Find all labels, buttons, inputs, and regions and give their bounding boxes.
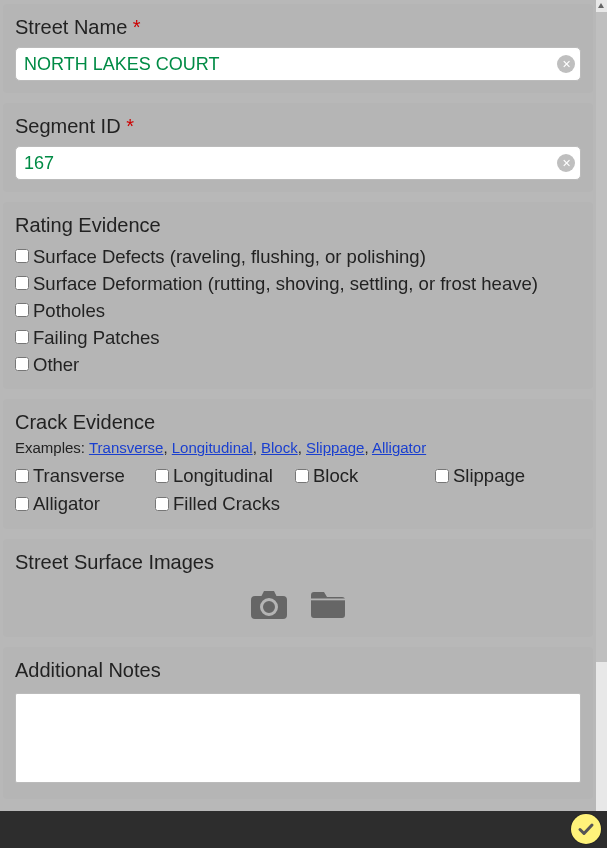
crack-option[interactable]: Filled Cracks <box>155 491 295 517</box>
crack-example-link[interactable]: Block <box>261 439 298 456</box>
crack-example-link[interactable]: Slippage <box>306 439 364 456</box>
crack-option-label: Filled Cracks <box>173 491 280 517</box>
crack-option-label: Alligator <box>33 491 100 517</box>
scroll-up-icon[interactable] <box>598 3 604 8</box>
crack-example-link[interactable]: Alligator <box>372 439 426 456</box>
examples-prefix: Examples: <box>15 439 89 456</box>
rating-option-label: Failing Patches <box>33 325 159 351</box>
crack-example-link[interactable]: Transverse <box>89 439 163 456</box>
camera-icon[interactable] <box>251 591 287 619</box>
rating-checkbox[interactable] <box>15 357 29 371</box>
crack-option[interactable]: Slippage <box>435 463 581 489</box>
street-images-title: Street Surface Images <box>15 551 581 574</box>
clear-segment-id-icon[interactable] <box>557 154 575 172</box>
segment-id-input[interactable] <box>15 146 581 180</box>
rating-checkbox[interactable] <box>15 330 29 344</box>
crack-examples-line: Examples: Transverse, Longitudinal, Bloc… <box>15 439 581 456</box>
section-street-images: Street Surface Images <box>3 539 593 637</box>
crack-option-label: Transverse <box>33 463 125 489</box>
section-street-name: Street Name * <box>3 4 593 93</box>
crack-checkbox[interactable] <box>15 497 29 511</box>
crack-evidence-title: Crack Evidence <box>15 411 581 434</box>
folder-icon[interactable] <box>311 592 345 618</box>
confirm-button[interactable] <box>571 814 601 844</box>
rating-option[interactable]: Other <box>15 352 581 378</box>
rating-evidence-title: Rating Evidence <box>15 214 581 237</box>
section-rating-evidence: Rating Evidence Surface Defects (ravelin… <box>3 202 593 389</box>
rating-option-label: Surface Defects (raveling, flushing, or … <box>33 244 426 270</box>
crack-option[interactable]: Transverse <box>15 463 155 489</box>
rating-option-label: Potholes <box>33 298 105 324</box>
crack-option[interactable]: Alligator <box>15 491 155 517</box>
rating-option[interactable]: Surface Defects (raveling, flushing, or … <box>15 244 581 270</box>
street-name-label: Street Name <box>15 16 127 38</box>
crack-example-link[interactable]: Longitudinal <box>172 439 253 456</box>
rating-option[interactable]: Surface Deformation (rutting, shoving, s… <box>15 271 581 297</box>
rating-option[interactable]: Potholes <box>15 298 581 324</box>
notes-textarea[interactable] <box>15 693 581 783</box>
crack-checkbox[interactable] <box>155 469 169 483</box>
rating-option-label: Surface Deformation (rutting, shoving, s… <box>33 271 538 297</box>
section-segment-id: Segment ID * <box>3 103 593 192</box>
required-marker: * <box>133 16 141 38</box>
crack-option[interactable]: Longitudinal <box>155 463 295 489</box>
segment-id-label: Segment ID <box>15 115 121 137</box>
street-name-input[interactable] <box>15 47 581 81</box>
scroll-thumb[interactable] <box>596 12 607 662</box>
crack-option-label: Slippage <box>453 463 525 489</box>
rating-option-label: Other <box>33 352 79 378</box>
rating-checkbox[interactable] <box>15 276 29 290</box>
crack-option-label: Block <box>313 463 358 489</box>
required-marker: * <box>126 115 134 137</box>
rating-checkbox[interactable] <box>15 249 29 263</box>
svg-rect-0 <box>311 599 345 601</box>
crack-checkbox[interactable] <box>155 497 169 511</box>
rating-option[interactable]: Failing Patches <box>15 325 581 351</box>
clear-street-name-icon[interactable] <box>557 55 575 73</box>
notes-title: Additional Notes <box>15 659 581 682</box>
crack-option[interactable]: Block <box>295 463 435 489</box>
crack-checkbox[interactable] <box>15 469 29 483</box>
crack-checkbox[interactable] <box>435 469 449 483</box>
section-notes: Additional Notes <box>3 647 593 799</box>
rating-checkbox[interactable] <box>15 303 29 317</box>
section-crack-evidence: Crack Evidence Examples: Transverse, Lon… <box>3 399 593 529</box>
vertical-scrollbar[interactable] <box>596 0 607 848</box>
crack-checkbox[interactable] <box>295 469 309 483</box>
footer-bar <box>0 811 607 848</box>
crack-option-label: Longitudinal <box>173 463 273 489</box>
